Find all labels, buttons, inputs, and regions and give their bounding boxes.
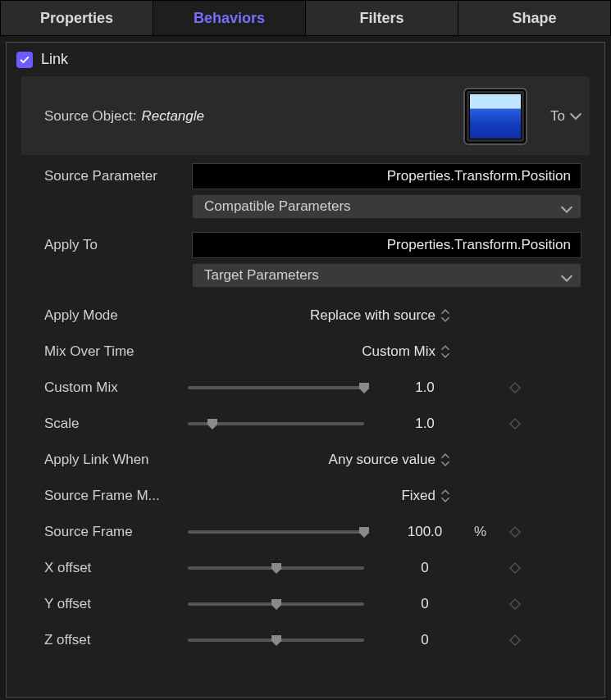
keyframe-button[interactable] <box>499 526 531 538</box>
source-frame-unit: % <box>474 524 499 540</box>
apply-link-when-value: Any source value <box>329 452 435 468</box>
apply-to-row: Apply To Properties.Transform.Position <box>21 224 590 258</box>
source-parameter-dropdown-row: Compatible Parameters <box>21 189 590 224</box>
to-label: To <box>550 108 565 125</box>
x-offset-label: X offset <box>44 560 188 576</box>
apply-link-when-label: Apply Link When <box>44 452 188 468</box>
target-parameters-label: Target Parameters <box>204 267 319 284</box>
y-offset-row: Y offset 0 <box>21 586 590 622</box>
link-section-title: Link <box>41 51 68 68</box>
apply-mode-row: Apply Mode Replace with source <box>21 298 590 334</box>
y-offset-slider[interactable] <box>188 596 364 612</box>
keyframe-button[interactable] <box>499 634 531 646</box>
source-object-value: Rectangle <box>141 108 204 125</box>
y-offset-value[interactable]: 0 <box>376 596 474 612</box>
source-frame-mode-popup[interactable]: Fixed <box>401 488 581 504</box>
mix-over-time-value: Custom Mix <box>362 343 435 360</box>
scale-label: Scale <box>44 416 188 432</box>
to-popup-button[interactable]: To <box>550 108 581 125</box>
link-enabled-checkbox[interactable] <box>16 52 33 68</box>
scale-row: Scale 1.0 <box>21 406 590 442</box>
keyframe-button[interactable] <box>499 382 531 393</box>
stepper-icon <box>440 489 450 502</box>
keyframe-button[interactable] <box>499 562 531 574</box>
behaviors-panel: Link Source Object: Rectangle To Source … <box>6 42 605 698</box>
scale-value[interactable]: 1.0 <box>376 416 474 432</box>
slider-thumb[interactable] <box>270 598 283 611</box>
scale-slider[interactable] <box>188 416 364 432</box>
compatible-parameters-dropdown[interactable]: Compatible Parameters <box>192 194 581 219</box>
z-offset-value[interactable]: 0 <box>376 632 474 648</box>
x-offset-value[interactable]: 0 <box>376 560 474 576</box>
custom-mix-value[interactable]: 1.0 <box>376 380 474 396</box>
compatible-parameters-label: Compatible Parameters <box>204 198 351 215</box>
apply-to-label: Apply To <box>44 237 192 253</box>
slider-thumb[interactable] <box>206 417 219 430</box>
source-frame-slider[interactable] <box>188 524 364 540</box>
source-parameter-row: Source Parameter Properties.Transform.Po… <box>21 155 590 189</box>
apply-to-field[interactable]: Properties.Transform.Position <box>192 232 581 258</box>
source-parameter-label: Source Parameter <box>44 168 192 184</box>
source-frame-mode-label: Source Frame M... <box>44 488 188 504</box>
source-object-well[interactable] <box>463 88 527 145</box>
source-frame-value[interactable]: 100.0 <box>376 524 474 540</box>
apply-link-when-popup[interactable]: Any source value <box>329 452 581 468</box>
source-frame-row: Source Frame 100.0 % <box>21 514 590 550</box>
stepper-icon <box>440 309 450 322</box>
z-offset-label: Z offset <box>44 632 188 648</box>
slider-thumb[interactable] <box>270 634 283 647</box>
slider-thumb[interactable] <box>358 381 371 394</box>
target-parameters-dropdown[interactable]: Target Parameters <box>192 263 581 288</box>
chevron-down-icon <box>561 270 572 281</box>
source-frame-label: Source Frame <box>44 524 188 540</box>
slider-track <box>188 386 364 389</box>
custom-mix-label: Custom Mix <box>44 380 188 396</box>
rectangle-thumbnail <box>469 93 522 139</box>
source-object-row: Source Object: Rectangle To <box>21 76 590 155</box>
tab-properties[interactable]: Properties <box>0 0 153 36</box>
stepper-icon <box>440 453 450 466</box>
z-offset-row: Z offset 0 <box>21 622 590 658</box>
tab-filters[interactable]: Filters <box>306 0 458 36</box>
source-frame-mode-row: Source Frame M... Fixed <box>21 478 590 514</box>
x-offset-row: X offset 0 <box>21 550 590 586</box>
custom-mix-row: Custom Mix 1.0 <box>21 370 590 406</box>
source-object-label: Source Object: <box>44 108 136 125</box>
tab-behaviors[interactable]: Behaviors <box>153 0 306 36</box>
apply-mode-value: Replace with source <box>310 307 435 324</box>
chevron-down-icon <box>570 112 581 120</box>
slider-track <box>188 530 364 534</box>
mix-over-time-popup[interactable]: Custom Mix <box>362 343 581 360</box>
x-offset-slider[interactable] <box>188 560 364 576</box>
mix-over-time-label: Mix Over Time <box>44 343 188 360</box>
source-frame-mode-value: Fixed <box>401 488 435 504</box>
link-section-header: Link <box>7 43 604 76</box>
stepper-icon <box>440 345 450 358</box>
apply-mode-popup[interactable]: Replace with source <box>310 307 581 324</box>
apply-to-dropdown-row: Target Parameters <box>21 258 590 298</box>
z-offset-slider[interactable] <box>188 632 364 648</box>
keyframe-button[interactable] <box>499 598 531 610</box>
source-parameter-field[interactable]: Properties.Transform.Position <box>192 163 581 189</box>
custom-mix-slider[interactable] <box>188 380 364 396</box>
apply-mode-label: Apply Mode <box>44 307 188 324</box>
mix-over-time-row: Mix Over Time Custom Mix <box>21 334 590 370</box>
tab-shape[interactable]: Shape <box>458 0 611 36</box>
slider-thumb[interactable] <box>358 525 371 539</box>
keyframe-button[interactable] <box>499 418 531 430</box>
inspector-tabs: Properties Behaviors Filters Shape <box>0 0 611 36</box>
chevron-down-icon <box>561 201 572 212</box>
y-offset-label: Y offset <box>44 596 188 612</box>
slider-thumb[interactable] <box>270 561 283 575</box>
apply-link-when-row: Apply Link When Any source value <box>21 442 590 478</box>
